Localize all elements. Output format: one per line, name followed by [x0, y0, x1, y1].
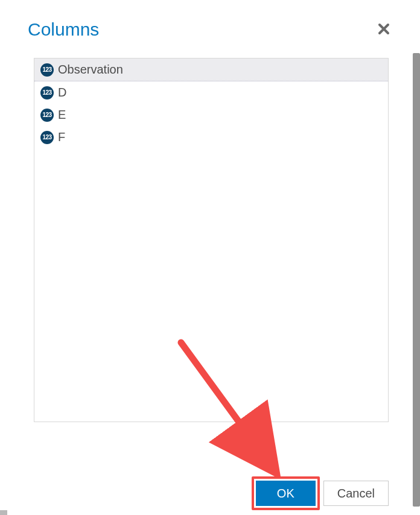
list-item-label: Observation — [58, 63, 123, 77]
list-item-label: F — [58, 130, 65, 144]
numeric-icon: 123 — [40, 86, 54, 100]
list-item-label: E — [58, 108, 66, 122]
columns-dialog: Columns 123 Observation 123 D 123 E 123 … — [7, 0, 413, 515]
annotation-highlight: OK — [252, 476, 320, 510]
numeric-icon: 123 — [40, 131, 54, 144]
list-item-label: D — [58, 86, 66, 100]
numeric-icon: 123 — [40, 109, 54, 122]
dialog-title: Columns — [28, 19, 99, 40]
numeric-icon: 123 — [40, 63, 54, 77]
ok-button[interactable]: OK — [256, 481, 316, 506]
scrollbar-vertical[interactable] — [413, 53, 420, 507]
dialog-header: Columns — [7, 0, 413, 54]
button-row: OK Cancel — [252, 476, 389, 510]
list-item[interactable]: 123 F — [34, 126, 388, 148]
close-icon[interactable] — [375, 21, 392, 38]
list-item[interactable]: 123 E — [34, 104, 388, 126]
list-item[interactable]: 123 Observation — [34, 58, 388, 81]
list-item[interactable]: 123 D — [34, 81, 388, 104]
cancel-button[interactable]: Cancel — [323, 481, 389, 506]
column-list: 123 Observation 123 D 123 E 123 F — [34, 58, 389, 422]
